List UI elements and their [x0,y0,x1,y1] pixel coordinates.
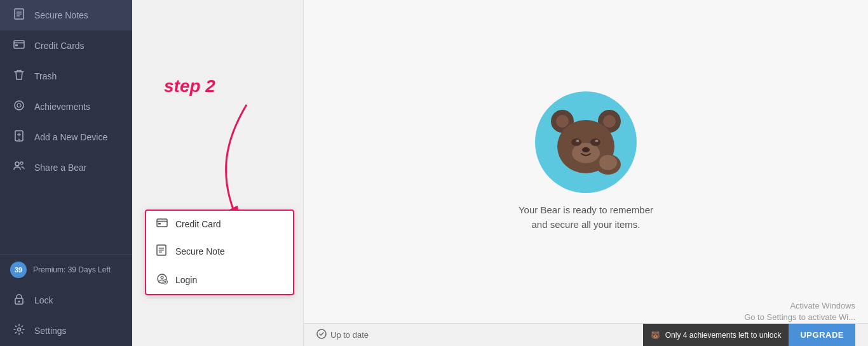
svg-rect-21 [158,223,161,225]
bear-illustration [535,91,637,193]
sidebar-spacer [0,183,132,254]
step2-annotation: step 2 [164,76,215,96]
svg-point-27 [161,276,163,279]
status-right: 🐻 Only 4 achievements left to unlock UPG… [643,324,855,347]
svg-point-39 [576,140,579,142]
svg-point-33 [556,115,569,128]
trash-icon [13,69,25,83]
up-to-date-text: Up to date [330,330,369,340]
svg-rect-19 [157,219,167,227]
secure-note-cm-icon [156,244,168,258]
context-menu-credit-card-label: Credit Card [175,219,221,229]
main-body: Your Bear is ready to remember and secur… [304,0,868,323]
app-container: Secure Notes Credit Cards Trash [0,0,868,346]
bear-container: Your Bear is ready to remember and secur… [519,91,653,232]
credit-cards-icon [13,40,25,51]
activate-windows-notice: Activate Windows Go to Settings to activ… [744,300,855,323]
credit-card-cm-icon [156,218,168,229]
status-left: Up to date [316,329,369,341]
achievement-text: Only 4 achievements left to unlock [665,331,782,340]
premium-badge: 39 Premium: 39 Days Left [0,255,132,285]
svg-point-41 [582,147,590,152]
add-device-icon [13,130,25,144]
lock-icon [13,293,25,307]
context-menu-secure-note-label: Secure Note [175,246,225,256]
svg-point-13 [15,162,19,166]
svg-point-34 [603,115,616,128]
svg-point-38 [590,138,600,146]
context-menu-login-label: Login [175,275,197,285]
svg-rect-4 [14,41,24,48]
achievements-icon [13,100,25,114]
sidebar-label-trash: Trash [34,71,57,81]
sidebar-bottom: 39 Premium: 39 Days Left Lock [0,254,132,346]
main-content: Your Bear is ready to remember and secur… [304,0,868,346]
step2-text: step 2 [164,76,215,96]
bear-mini-icon: 🐻 [651,331,660,340]
sidebar: Secure Notes Credit Cards Trash [0,0,132,346]
sidebar-item-secure-notes[interactable]: Secure Notes [0,0,132,30]
premium-days-circle: 39 [10,262,27,278]
middle-panel: step 2 Credit Card [132,0,304,346]
sidebar-label-share-bear: Share a Bear [34,163,87,173]
svg-point-8 [17,103,21,107]
context-menu: Credit Card Secure Note [145,210,294,295]
sidebar-item-settings[interactable]: Settings [0,316,132,346]
context-menu-secure-note[interactable]: Secure Note [146,237,293,265]
svg-point-10 [18,139,20,140]
sidebar-item-lock[interactable]: Lock [0,285,132,316]
svg-point-16 [18,301,20,303]
sidebar-label-secure-notes: Secure Notes [34,10,88,20]
achievement-banner: 🐻 Only 4 achievements left to unlock [643,324,789,347]
svg-point-40 [595,140,598,142]
svg-point-14 [20,162,23,164]
sidebar-label-settings: Settings [34,326,67,336]
bear-svg [545,101,627,183]
sidebar-item-share-bear[interactable]: Share a Bear [0,152,132,183]
context-menu-login[interactable]: Login [146,265,293,294]
svg-point-43 [599,155,617,170]
svg-point-37 [571,138,581,146]
share-bear-icon [13,161,25,175]
sidebar-label-credit-cards: Credit Cards [34,41,85,51]
secure-notes-icon [13,8,25,22]
svg-rect-6 [15,44,18,46]
sidebar-item-credit-cards[interactable]: Credit Cards [0,30,132,61]
upgrade-button[interactable]: UPGRADE [789,324,855,347]
context-menu-credit-card[interactable]: Credit Card [146,211,293,237]
sidebar-label-achievements: Achievements [34,102,90,112]
settings-icon [13,324,25,338]
svg-point-17 [18,328,21,331]
login-cm-icon [156,273,168,286]
bear-message: Your Bear is ready to remember and secur… [519,203,653,232]
status-bar: Up to date 🐻 Only 4 achievements left to… [304,323,868,346]
check-icon [316,329,327,341]
sidebar-label-add-device: Add a New Device [34,132,107,142]
sidebar-item-trash[interactable]: Trash [0,61,132,91]
sidebar-label-lock: Lock [34,295,53,305]
svg-point-7 [15,101,24,110]
sidebar-item-achievements[interactable]: Achievements [0,91,132,122]
sidebar-item-add-device[interactable]: Add a New Device [0,122,132,152]
premium-label: Premium: 39 Days Left [33,265,111,274]
